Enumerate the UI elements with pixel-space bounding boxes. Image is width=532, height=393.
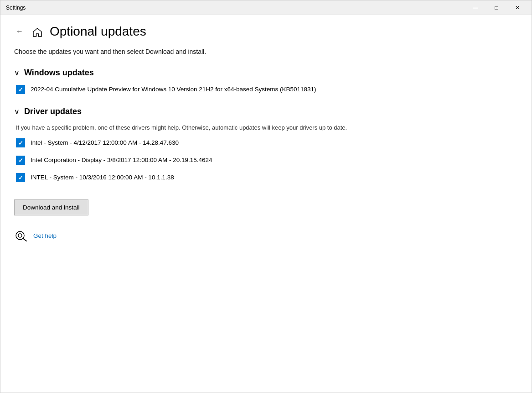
driver-updates-chevron[interactable]: ∨	[14, 107, 20, 116]
driver-update-label-2: Intel Corporation - Display - 3/8/2017 1…	[31, 156, 212, 164]
close-button[interactable]: ✕	[507, 0, 528, 15]
driver-update-checkbox-2[interactable]: ✓	[16, 156, 25, 165]
maximize-button[interactable]: □	[486, 0, 507, 15]
driver-update-label-1: Intel - System - 4/12/2017 12:00:00 AM -…	[31, 139, 179, 147]
content-area: ← Optional updates Choose the updates yo…	[0, 15, 532, 393]
list-item: ✓ Intel Corporation - Display - 3/8/2017…	[16, 156, 518, 165]
page-header: ← Optional updates	[14, 24, 518, 39]
get-help-row: Get help	[14, 228, 518, 243]
driver-update-label-3: INTEL - System - 10/3/2016 12:00:00 AM -…	[31, 173, 174, 182]
windows-update-checkbox-1[interactable]: ✓	[16, 85, 25, 94]
list-item: ✓ Intel - System - 4/12/2017 12:00:00 AM…	[16, 138, 518, 147]
windows-update-label-1: 2022-04 Cumulative Update Preview for Wi…	[31, 85, 316, 94]
back-arrow-icon: ←	[16, 27, 23, 36]
back-button[interactable]: ←	[14, 26, 25, 37]
help-icon	[14, 228, 29, 243]
driver-update-checkbox-1[interactable]: ✓	[16, 138, 25, 147]
driver-update-checkbox-3[interactable]: ✓	[16, 173, 25, 182]
title-bar: Settings — □ ✕	[0, 0, 532, 15]
driver-updates-header: ∨ Driver updates	[14, 107, 518, 116]
driver-updates-description: If you have a specific problem, one of t…	[16, 124, 518, 132]
svg-line-2	[23, 238, 26, 241]
windows-updates-header: ∨ Windows updates	[14, 68, 518, 78]
svg-point-1	[18, 234, 22, 237]
minimize-button[interactable]: —	[465, 0, 486, 15]
title-bar-controls: — □ ✕	[465, 0, 528, 15]
window-title: Settings	[6, 5, 26, 11]
settings-window: Settings — □ ✕ ← Optional updates Choose…	[0, 0, 532, 393]
list-item: ✓ 2022-04 Cumulative Update Preview for …	[16, 85, 518, 94]
download-install-button[interactable]: Download and install	[14, 199, 88, 215]
home-icon	[32, 27, 42, 37]
driver-updates-section: ∨ Driver updates If you have a specific …	[14, 107, 518, 182]
get-help-link[interactable]: Get help	[33, 232, 57, 239]
driver-updates-title: Driver updates	[24, 107, 82, 116]
checkmark-icon: ✓	[18, 175, 23, 181]
windows-updates-title: Windows updates	[24, 68, 94, 78]
page-title: Optional updates	[50, 24, 146, 39]
checkmark-icon: ✓	[18, 140, 23, 146]
title-bar-left: Settings	[6, 5, 26, 11]
checkmark-icon: ✓	[18, 157, 23, 163]
windows-updates-section: ∨ Windows updates ✓ 2022-04 Cumulative U…	[14, 68, 518, 94]
windows-updates-chevron[interactable]: ∨	[14, 68, 20, 77]
list-item: ✓ INTEL - System - 10/3/2016 12:00:00 AM…	[16, 173, 518, 182]
checkmark-icon: ✓	[18, 87, 23, 93]
page-subtitle: Choose the updates you want and then sel…	[14, 48, 518, 55]
